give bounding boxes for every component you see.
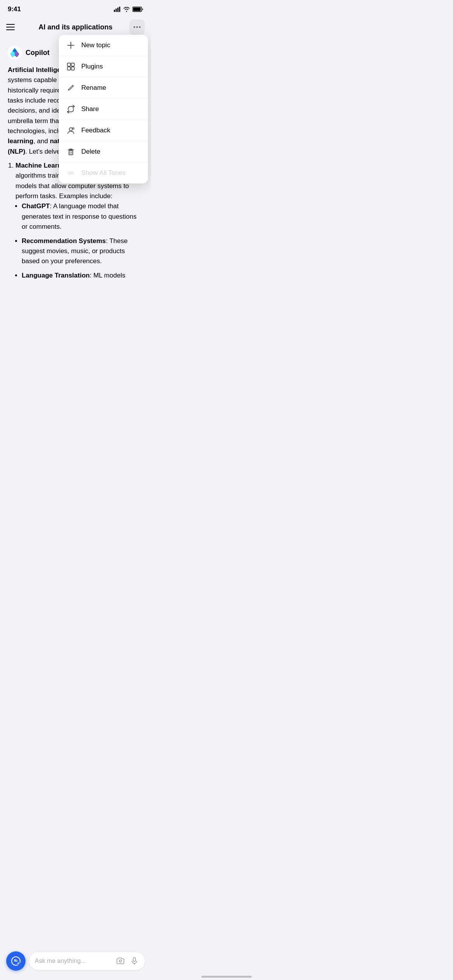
dropdown-menu: New topic Plugins Rename [59,35,148,183]
svg-rect-9 [67,63,70,66]
feedback-icon [66,125,76,135]
dropdown-item-tones: Show All Tones [59,163,148,183]
dropdown-item-delete[interactable]: Delete [59,141,148,163]
svg-point-14 [69,128,72,131]
plugins-label: Plugins [81,63,103,70]
svg-point-22 [71,172,74,174]
delete-icon [66,147,76,157]
tones-icon [66,168,76,178]
svg-rect-10 [71,63,74,66]
dropdown-item-plugins[interactable]: Plugins [59,56,148,77]
svg-rect-12 [71,67,74,70]
delete-label: Delete [81,148,100,156]
dropdown-item-new-topic[interactable]: New topic [59,35,148,56]
dropdown-item-feedback[interactable]: Feedback [59,120,148,141]
new-topic-label: New topic [81,41,110,49]
plugins-icon [66,62,76,72]
dropdown-overlay[interactable]: New topic Plugins Rename [0,0,151,327]
feedback-label: Feedback [81,127,110,134]
svg-rect-18 [69,151,73,155]
svg-rect-11 [67,67,70,70]
rename-icon [66,83,76,93]
dropdown-item-rename[interactable]: Rename [59,77,148,99]
share-icon [66,104,76,114]
share-label: Share [81,105,99,113]
dropdown-item-share[interactable]: Share [59,99,148,120]
rename-label: Rename [81,84,106,92]
svg-point-21 [68,172,70,174]
plus-icon [66,40,76,50]
tones-label: Show All Tones [81,169,126,177]
